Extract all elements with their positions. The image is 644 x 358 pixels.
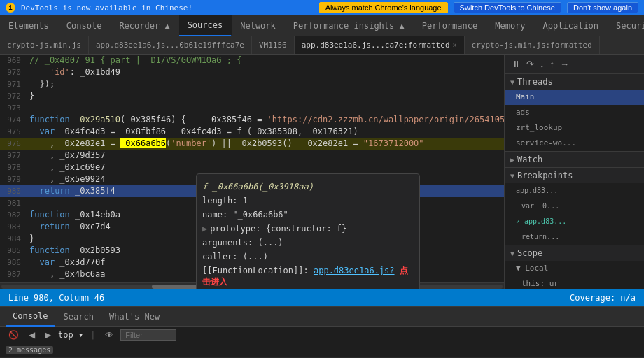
tooltip-location-link[interactable]: app.d83ee1a6.js? — [314, 266, 395, 275]
code-line-976: 976 , _0x2e82e1 = _0x66a6b6('number') ||… — [0, 138, 504, 150]
step-btn[interactable]: → — [559, 57, 570, 71]
thread-main[interactable]: Main — [505, 90, 644, 105]
console-filter-input[interactable] — [120, 329, 176, 341]
code-line-972: 972 } — [0, 90, 504, 102]
bp-item-3[interactable]: return... — [505, 229, 644, 245]
watch-section: ▶ Watch — [505, 152, 644, 168]
tab-memory[interactable]: Memory — [486, 15, 534, 36]
console-tab-whatsnew[interactable]: What's New — [102, 307, 167, 327]
scope-label: Scope — [517, 248, 542, 258]
scope-this[interactable]: this: ur — [505, 276, 644, 289]
tab-console[interactable]: Console — [58, 15, 111, 36]
threads-chevron: ▼ — [510, 78, 514, 86]
msg-count-badge: 2 messages — [6, 346, 53, 354]
tooltip-prototype2: [[Prototype]]: f () — [202, 289, 414, 289]
status-position: Line 980, Column 46 — [8, 293, 104, 303]
bp-item-1[interactable]: var _0... — [505, 199, 644, 214]
info-text: DevTools is now available in Chinese! — [21, 3, 314, 13]
code-line-969: 969 // _0x4007 91 { part | D1/VS/GOWM10a… — [0, 55, 504, 66]
breakpoints-header[interactable]: ▼ Breakpoints — [505, 168, 644, 183]
tab-recorder[interactable]: Recorder ▲ — [111, 15, 178, 36]
tab-application[interactable]: Application — [535, 15, 608, 36]
thread-ads[interactable]: ads — [505, 105, 644, 120]
status-bar: Line 980, Column 46 Coverage: n/a — [0, 289, 644, 306]
thread-service-worker[interactable]: service-wo... — [505, 136, 644, 151]
bp-item-2[interactable]: ✓ app.d83... — [505, 214, 644, 229]
main-tab-bar: Elements Console Recorder ▲ Sources Netw… — [0, 15, 644, 36]
tab-elements[interactable]: Elements — [0, 15, 58, 36]
breakpoints-chevron: ▼ — [510, 172, 514, 180]
right-panel: ⏸ ↷ ↓ ↑ → ▼ Threads Main ads zrt_lookup … — [504, 55, 644, 289]
match-language-btn[interactable]: Always match Chrome's language — [319, 2, 448, 13]
code-line-978: 978 , _0x1c69e7 — [0, 162, 504, 173]
file-tab-0[interactable]: crypto-js.min.js — [0, 36, 89, 55]
scope-chevron: ▼ — [510, 250, 514, 257]
console-eye-btn[interactable]: 👁 — [102, 329, 116, 341]
info-icon: i — [6, 3, 15, 13]
dont-show-btn[interactable]: Don't show again — [567, 2, 638, 13]
threads-label: Threads — [517, 77, 553, 87]
watch-chevron: ▶ — [510, 156, 514, 164]
pause-btn[interactable]: ⏸ — [510, 57, 522, 71]
scope-header[interactable]: ▼ Scope — [505, 245, 644, 261]
tooltip-caller: caller: (...) — [202, 250, 414, 264]
scope-local[interactable]: ▼ Local — [505, 261, 644, 276]
breakpoints-label: Breakpoints — [517, 171, 573, 180]
tooltip-name: name: "_0x66a6b6" — [202, 208, 414, 222]
main-area: 969 // _0x4007 91 { part | D1/VS/GOWM10a… — [0, 55, 644, 289]
file-tab-close[interactable]: × — [453, 41, 457, 49]
code-line-971: 971 }); — [0, 78, 504, 90]
tab-sources[interactable]: Sources — [179, 15, 232, 36]
console-toolbar: 🚫 ◀ ▶ top ▾ | 👁 — [0, 327, 644, 343]
threads-header[interactable]: ▼ Threads — [505, 74, 644, 90]
tooltip-prototype: ▶prototype: {constructor: f} — [202, 222, 414, 236]
code-editor[interactable]: 969 // _0x4007 91 { part | D1/VS/GOWM10a… — [0, 55, 504, 289]
code-line-974: 974 function _0x29a510(_0x385f46) { _0x3… — [0, 114, 504, 126]
console-tab-console[interactable]: Console — [6, 307, 55, 327]
tooltip-header: f _0x66a6b6(_0x3918aa) — [202, 180, 414, 194]
tab-security[interactable]: Security — [608, 15, 644, 36]
console-tab-search[interactable]: Search — [57, 307, 101, 327]
step-over-btn[interactable]: ↷ — [525, 57, 536, 71]
switch-devtools-btn[interactable]: Switch DevTools to Chinese — [454, 2, 561, 13]
tab-network[interactable]: Network — [232, 15, 285, 36]
console-area: Console Search What's New 🚫 ◀ ▶ top ▾ | … — [0, 306, 644, 358]
code-line-973: 973 — [0, 102, 504, 114]
file-tab-2[interactable]: VM1156 — [252, 36, 295, 55]
tab-performance-insights[interactable]: Performance insights ▲ — [285, 15, 414, 36]
console-context[interactable]: top ▾ — [58, 330, 83, 340]
info-bar: i DevTools is now available in Chinese! … — [0, 0, 644, 15]
tooltip-function-location: [[FunctionLocation]]: app.d83ee1a6.js? 点… — [202, 264, 414, 289]
scope-section: ▼ Scope ▼ Local this: ur _0x1c69e _0x4fc… — [505, 245, 644, 289]
threads-section: ▼ Threads Main ads zrt_lookup service-wo… — [505, 74, 644, 152]
watch-header[interactable]: ▶ Watch — [505, 152, 644, 167]
tooltip-arguments: arguments: (...) — [202, 236, 414, 250]
console-tabs: Console Search What's New — [0, 307, 644, 327]
console-msg-count: 2 messages — [0, 343, 644, 358]
status-coverage: Coverage: n/a — [570, 293, 636, 303]
watch-label: Watch — [517, 155, 542, 164]
file-tab-4[interactable]: crypto-js.min.js:formatted — [465, 36, 600, 55]
console-forward-btn[interactable]: ▶ — [42, 329, 54, 341]
file-tab-3[interactable]: app.d83ee1a6.js...ca7e:formatted × — [295, 36, 465, 55]
clear-console-btn[interactable]: 🚫 — [6, 329, 22, 341]
thread-zrt[interactable]: zrt_lookup — [505, 120, 644, 136]
console-back-btn[interactable]: ◀ — [26, 329, 38, 341]
tooltip-length: length: 1 — [202, 194, 414, 208]
step-out-btn[interactable]: ↑ — [549, 57, 556, 71]
file-tab-1[interactable]: app.d83ee1a6.js...0b61e19fffca7e — [89, 36, 252, 55]
tab-performance[interactable]: Performance — [414, 15, 486, 36]
code-line-975: 975 var _0x4fc4d3 = _0x8fbf86 _0x4fc4d3 … — [0, 126, 504, 138]
tooltip-popup: f _0x66a6b6(_0x3918aa) length: 1 name: "… — [196, 173, 420, 289]
file-tabs: crypto-js.min.js app.d83ee1a6.js...0b61e… — [0, 36, 644, 55]
code-line-970: 970 'id': _0x1bd49 — [0, 66, 504, 78]
step-into-btn[interactable]: ↓ — [538, 57, 546, 71]
bp-item-0[interactable]: app.d83... — [505, 183, 644, 199]
code-line-977: 977 , _0x79d357 — [0, 150, 504, 162]
breakpoints-section: ▼ Breakpoints app.d83... var _0... ✓ app… — [505, 168, 644, 245]
